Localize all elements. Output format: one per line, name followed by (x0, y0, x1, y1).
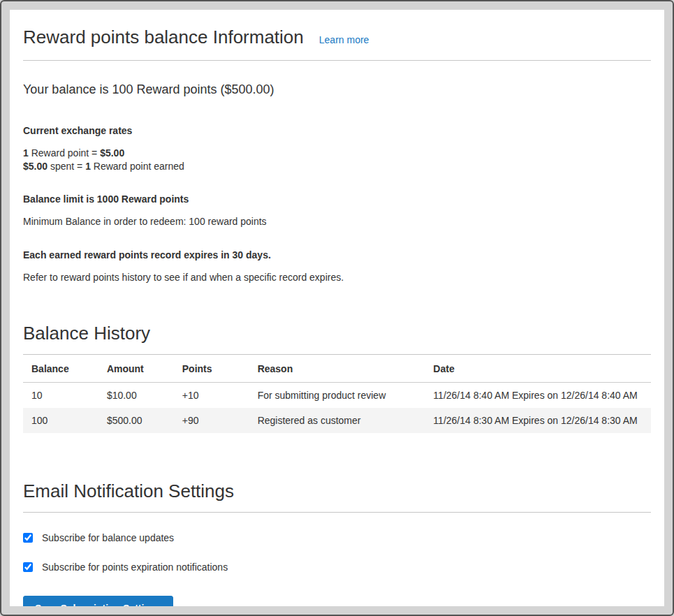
rate1-bold-amount: $5.00 (100, 147, 124, 159)
rate2-bold-points: 1 (85, 161, 91, 172)
balance-history-section: Balance History Balance Amount Points Re… (23, 323, 651, 433)
cell-amount: $10.00 (98, 383, 174, 409)
cell-points: +90 (174, 408, 249, 433)
balance-summary: Your balance is 100 Reward points ($500.… (23, 82, 651, 97)
exchange-rate-line-1: 1 Reward point = $5.00 (23, 147, 651, 160)
learn-more-link[interactable]: Learn more (319, 34, 369, 45)
subscribe-expiration-checkbox[interactable] (23, 562, 33, 572)
cell-amount: $500.00 (98, 408, 174, 433)
exchange-rates-heading: Current exchange rates (23, 125, 651, 136)
cell-date: 11/26/14 8:40 AM Expires on 12/26/14 8:4… (425, 383, 651, 409)
balance-history-table: Balance Amount Points Reason Date 10 $10… (23, 355, 651, 433)
cell-reason: For submitting product review (249, 383, 425, 409)
subscribe-balance-updates-row: Subscribe for balance updates (23, 532, 651, 543)
email-settings-heading: Email Notification Settings (23, 481, 651, 513)
page-title-row: Reward points balance Information Learn … (23, 18, 651, 61)
cell-reason: Registered as customer (249, 408, 425, 433)
rate1-text: Reward point = (29, 147, 100, 159)
table-row: 100 $500.00 +90 Registered as customer 1… (23, 408, 651, 433)
column-header-amount: Amount (98, 355, 174, 383)
column-header-reason: Reason (249, 355, 425, 383)
email-settings-section: Email Notification Settings Subscribe fo… (23, 481, 651, 606)
rate2-text-tail: Reward point earned (91, 161, 184, 172)
cell-date: 11/26/14 8:30 AM Expires on 12/26/14 8:3… (425, 408, 651, 433)
table-row: 10 $10.00 +10 For submitting product rev… (23, 383, 651, 409)
column-header-date: Date (425, 355, 651, 383)
subscribe-expiration-row: Subscribe for points expiration notifica… (23, 562, 651, 573)
subscribe-expiration-label[interactable]: Subscribe for points expiration notifica… (42, 562, 228, 573)
cell-balance: 10 (23, 383, 98, 409)
exchange-rate-line-2: $5.00 spent = 1 Reward point earned (23, 160, 651, 173)
subscribe-balance-updates-checkbox[interactable] (23, 533, 33, 543)
save-subscription-settings-button[interactable]: Save Subscription Settings (23, 596, 173, 606)
rate2-bold-amount: $5.00 (23, 161, 47, 172)
table-header-row: Balance Amount Points Reason Date (23, 355, 651, 383)
column-header-points: Points (174, 355, 249, 383)
balance-history-heading: Balance History (23, 323, 651, 355)
expiry-note: Refer to reward points history to see if… (23, 272, 651, 283)
cell-points: +10 (174, 383, 249, 409)
page-title: Reward points balance Information (23, 27, 304, 48)
subscribe-balance-updates-label[interactable]: Subscribe for balance updates (42, 532, 174, 543)
column-header-balance: Balance (23, 355, 98, 383)
rewards-page: Reward points balance Information Learn … (10, 10, 664, 606)
cell-balance: 100 (23, 408, 98, 433)
minimum-balance-line: Minimum Balance in order to redeem: 100 … (23, 216, 651, 227)
balance-limit-heading: Balance limit is 1000 Reward points (23, 193, 651, 205)
expiry-heading: Each earned reward points record expires… (23, 249, 651, 261)
window-frame: Reward points balance Information Learn … (0, 0, 674, 616)
rate1-bold-points: 1 (23, 147, 29, 159)
rate2-text: spent = (47, 161, 85, 172)
